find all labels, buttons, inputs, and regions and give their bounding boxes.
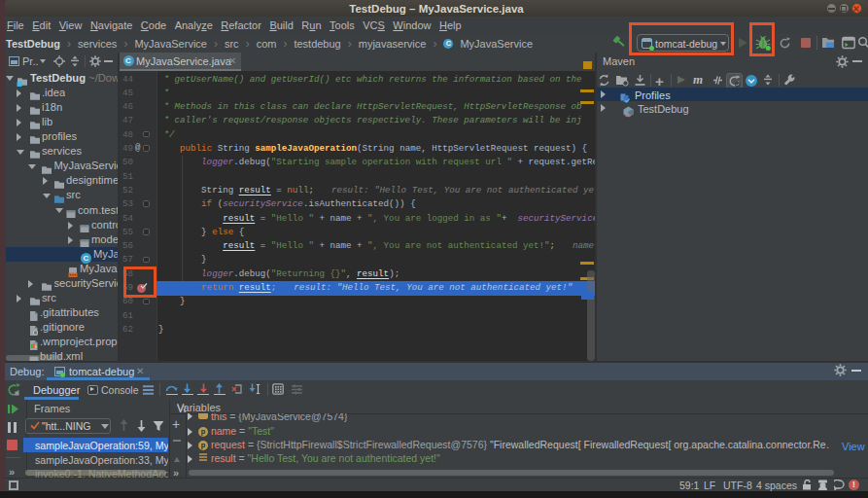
svg-text:m: m (625, 111, 630, 117)
